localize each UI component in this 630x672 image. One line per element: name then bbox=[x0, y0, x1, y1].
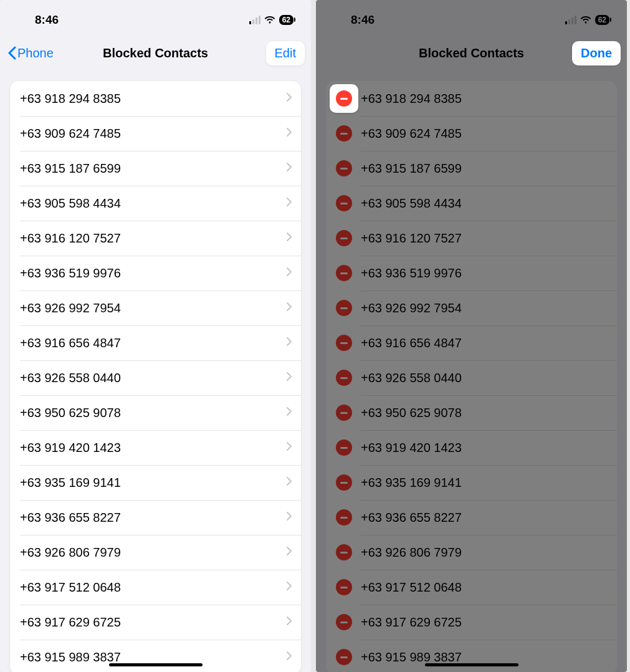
contact-number: +63 935 169 9141 bbox=[361, 476, 608, 490]
contact-row-edit[interactable]: +63 936 519 9976 bbox=[326, 256, 617, 290]
done-button[interactable]: Done bbox=[572, 41, 621, 65]
contact-row[interactable]: +63 936 519 9976 bbox=[10, 256, 301, 290]
contact-number: +63 915 989 3837 bbox=[20, 650, 286, 665]
contact-row-edit[interactable]: +63 916 120 7527 bbox=[326, 221, 617, 256]
contact-number: +63 926 558 0440 bbox=[361, 371, 608, 385]
status-time: 8:46 bbox=[333, 13, 375, 27]
delete-minus-icon[interactable] bbox=[336, 544, 352, 560]
contact-number: +63 905 598 4434 bbox=[20, 196, 286, 211]
battery-icon: 62 bbox=[595, 15, 609, 25]
contact-number: +63 909 624 7485 bbox=[20, 127, 286, 141]
chevron-right-icon bbox=[286, 546, 292, 559]
battery-icon: 62 bbox=[279, 15, 294, 25]
contact-row-edit[interactable]: +63 926 806 7979 bbox=[326, 535, 617, 570]
delete-minus-icon[interactable] bbox=[336, 509, 352, 526]
delete-minus-icon[interactable] bbox=[336, 579, 352, 595]
delete-minus-icon[interactable] bbox=[336, 265, 352, 281]
contact-row-edit[interactable]: +63 905 598 4434 bbox=[326, 186, 617, 221]
contact-row[interactable]: +63 915 989 3837 bbox=[10, 640, 301, 672]
wifi-icon bbox=[580, 13, 591, 27]
contact-number: +63 909 624 7485 bbox=[361, 127, 608, 141]
contact-row[interactable]: +63 918 294 8385 bbox=[10, 81, 301, 116]
contact-row[interactable]: +63 926 992 7954 bbox=[10, 290, 301, 325]
contact-row-edit[interactable]: +63 926 992 7954 bbox=[326, 290, 617, 325]
contact-row-edit[interactable]: +63 915 989 3837 bbox=[326, 640, 617, 672]
contact-number: +63 950 625 9078 bbox=[20, 406, 286, 420]
contact-row[interactable]: +63 926 558 0440 bbox=[10, 360, 301, 395]
chevron-right-icon bbox=[286, 267, 292, 279]
contact-row-edit[interactable]: +63 935 169 9141 bbox=[326, 465, 617, 500]
back-label: Phone bbox=[17, 46, 54, 60]
blocked-contacts-list-edit[interactable]: +63 918 294 8385+63 909 624 7485+63 915 … bbox=[326, 81, 617, 672]
contact-number: +63 926 992 7954 bbox=[361, 301, 608, 315]
contact-row[interactable]: +63 950 625 9078 bbox=[10, 395, 301, 430]
contact-row[interactable]: +63 917 629 6725 bbox=[10, 605, 301, 640]
home-indicator[interactable] bbox=[425, 663, 518, 666]
home-indicator[interactable] bbox=[109, 663, 203, 666]
contact-row-edit[interactable]: +63 950 625 9078 bbox=[326, 395, 617, 430]
contact-number: +63 916 656 4847 bbox=[20, 336, 286, 350]
blocked-contacts-list[interactable]: +63 918 294 8385+63 909 624 7485+63 915 … bbox=[10, 81, 301, 672]
status-time: 8:46 bbox=[17, 13, 59, 27]
delete-minus-icon[interactable] bbox=[336, 474, 352, 491]
phone-screen-view-mode: 8:46 62 Phone Blocked Contacts Edit +63 … bbox=[0, 0, 311, 672]
delete-minus-icon[interactable] bbox=[336, 649, 352, 665]
contact-row-edit[interactable]: +63 936 655 8227 bbox=[326, 500, 617, 535]
delete-minus-icon[interactable] bbox=[336, 230, 352, 246]
contact-number: +63 915 187 6599 bbox=[361, 161, 608, 176]
contact-number: +63 917 512 0648 bbox=[20, 580, 286, 595]
contact-row-edit[interactable]: +63 909 624 7485 bbox=[326, 116, 617, 151]
chevron-right-icon bbox=[286, 651, 292, 663]
chevron-right-icon bbox=[286, 92, 292, 105]
contact-row-edit[interactable]: +63 919 420 1423 bbox=[326, 430, 617, 465]
contact-row[interactable]: +63 915 187 6599 bbox=[10, 151, 301, 186]
navigation-bar: Blocked Contacts Done bbox=[316, 34, 627, 72]
contact-row-edit[interactable]: +63 917 512 0648 bbox=[326, 570, 617, 605]
contact-number: +63 935 169 9141 bbox=[20, 476, 286, 490]
contact-row[interactable]: +63 926 806 7979 bbox=[10, 535, 301, 570]
delete-minus-icon[interactable] bbox=[336, 300, 352, 316]
contact-number: +63 936 519 9976 bbox=[20, 266, 286, 281]
contact-row[interactable]: +63 935 169 9141 bbox=[10, 465, 301, 500]
contact-row[interactable]: +63 919 420 1423 bbox=[10, 430, 301, 465]
contact-row-edit[interactable]: +63 926 558 0440 bbox=[326, 360, 617, 395]
delete-minus-icon[interactable] bbox=[336, 335, 352, 351]
contact-row[interactable]: +63 917 512 0648 bbox=[10, 570, 301, 605]
chevron-right-icon bbox=[286, 127, 292, 140]
back-button[interactable]: Phone bbox=[4, 44, 57, 63]
contact-row[interactable]: +63 916 656 4847 bbox=[10, 325, 301, 360]
contact-row[interactable]: +63 936 655 8227 bbox=[10, 500, 301, 535]
contact-row[interactable]: +63 909 624 7485 bbox=[10, 116, 301, 151]
contact-number: +63 926 558 0440 bbox=[20, 371, 286, 385]
contact-number: +63 917 629 6725 bbox=[361, 615, 608, 630]
cellular-signal-icon bbox=[249, 16, 260, 24]
contact-number: +63 915 989 3837 bbox=[361, 650, 608, 665]
contact-row-edit[interactable]: +63 916 656 4847 bbox=[326, 325, 617, 360]
delete-minus-icon[interactable] bbox=[336, 614, 352, 630]
contact-number: +63 905 598 4434 bbox=[361, 196, 608, 211]
delete-minus-icon[interactable] bbox=[336, 439, 352, 456]
contact-number: +63 919 420 1423 bbox=[20, 441, 286, 455]
contact-row-edit[interactable]: +63 917 629 6725 bbox=[326, 605, 617, 640]
contact-number: +63 936 655 8227 bbox=[361, 511, 608, 525]
contact-number: +63 918 294 8385 bbox=[361, 92, 608, 106]
delete-minus-icon[interactable] bbox=[336, 195, 352, 211]
delete-minus-icon[interactable] bbox=[336, 160, 352, 176]
chevron-right-icon bbox=[286, 372, 292, 384]
chevron-right-icon bbox=[286, 476, 292, 489]
chevron-left-icon bbox=[7, 46, 16, 60]
contact-number: +63 936 519 9976 bbox=[361, 266, 608, 281]
delete-minus-icon[interactable] bbox=[336, 405, 352, 421]
contact-number: +63 918 294 8385 bbox=[20, 92, 286, 106]
edit-button[interactable]: Edit bbox=[266, 41, 305, 65]
contact-row-edit[interactable]: +63 918 294 8385 bbox=[326, 81, 617, 116]
delete-minus-icon[interactable] bbox=[336, 370, 352, 386]
contact-row[interactable]: +63 905 598 4434 bbox=[10, 186, 301, 221]
contact-row-edit[interactable]: +63 915 187 6599 bbox=[326, 151, 617, 186]
delete-minus-icon[interactable] bbox=[336, 125, 352, 142]
contact-number: +63 917 629 6725 bbox=[20, 615, 286, 630]
chevron-right-icon bbox=[286, 406, 292, 419]
cellular-signal-icon bbox=[565, 16, 576, 24]
contact-row[interactable]: +63 916 120 7527 bbox=[10, 221, 301, 256]
delete-minus-icon[interactable] bbox=[336, 90, 352, 107]
